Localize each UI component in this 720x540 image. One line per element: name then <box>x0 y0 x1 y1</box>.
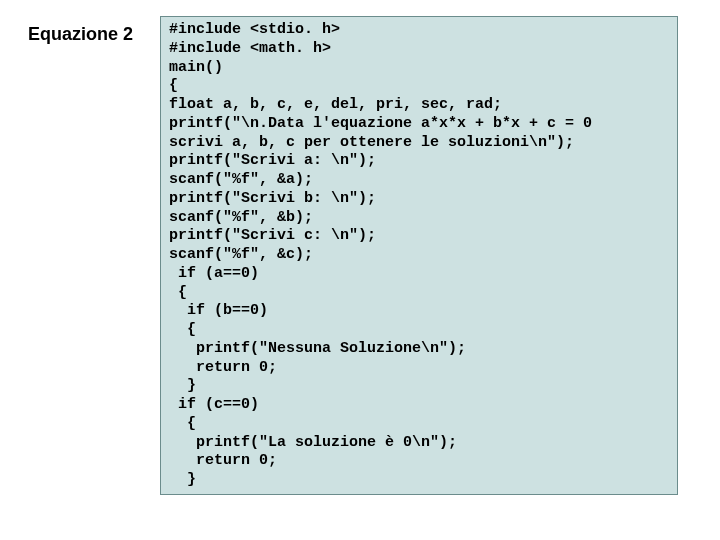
slide-title: Equazione 2 <box>28 24 133 45</box>
code-text: #include <stdio. h> #include <math. h> m… <box>169 21 669 490</box>
slide: Equazione 2 #include <stdio. h> #include… <box>0 0 720 540</box>
code-block: #include <stdio. h> #include <math. h> m… <box>160 16 678 495</box>
